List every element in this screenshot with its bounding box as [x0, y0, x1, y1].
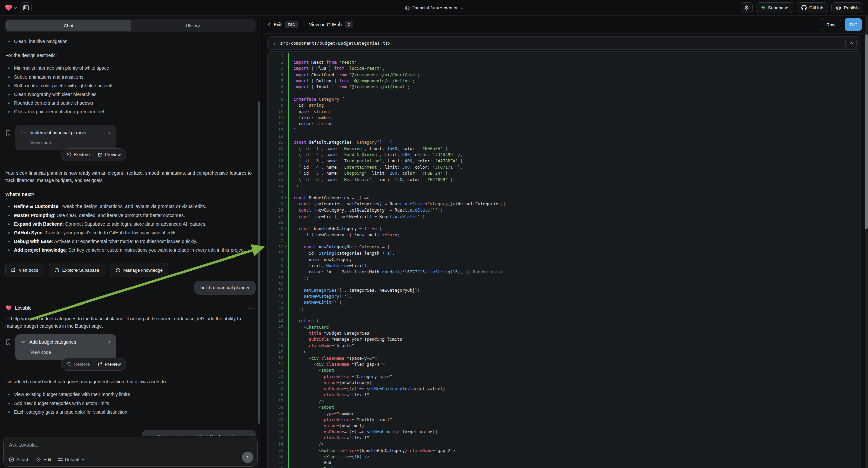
- design-bullet-list: Minimalist interface with plenty of whit…: [5, 64, 256, 116]
- chevron-up-icon: [849, 42, 853, 44]
- view-code-link[interactable]: View code: [30, 349, 111, 356]
- supabase-button[interactable]: Supabase: [756, 2, 793, 13]
- code-line: 30 if (!newCategory || !newLimit) return…: [268, 232, 861, 238]
- github-button[interactable]: GitHub: [797, 2, 828, 13]
- chevron-down-icon: [460, 7, 463, 9]
- version-card-implement-financial-planner[interactable]: <> Implement financial planner View code: [16, 125, 116, 150]
- chevron-down-icon: [82, 459, 84, 460]
- code-line: 43: [268, 312, 861, 318]
- preview-button[interactable]: Preview: [98, 151, 121, 158]
- version-actions: Restore Preview: [61, 148, 126, 161]
- chat-scrollbar[interactable]: [258, 101, 260, 424]
- project-switcher[interactable]: financial-future-creator: [405, 0, 463, 16]
- chat-history-tabs: Chat History: [5, 19, 256, 32]
- lovable-heart-icon: [5, 304, 12, 311]
- bullet-item: Refine & Customize: Tweak the design, an…: [5, 202, 256, 211]
- tab-history[interactable]: History: [131, 20, 255, 31]
- code-line: 54 value={newCategory}: [268, 379, 861, 385]
- bullet-item: Soft, neutral color palette with light b…: [5, 81, 256, 90]
- chat-message-list: Clean, intuitive navigation For the desi…: [0, 35, 261, 436]
- assistant-paragraph: I'll help you add budget categories to t…: [5, 315, 254, 330]
- view-code-link[interactable]: View code: [30, 139, 111, 146]
- version-actions: Restore Preview: [61, 358, 126, 371]
- version-card-row: <> Add budget categories View code Resto…: [5, 334, 256, 371]
- code-line: 17 { id: '2', name: 'Food & Dining', lim…: [268, 152, 861, 158]
- code-line: 67 Add: [268, 460, 861, 466]
- explore-supabase-button[interactable]: Explore Supabase: [49, 263, 105, 277]
- whats-next-heading: What's next?: [5, 191, 256, 198]
- globe-icon: [836, 5, 841, 10]
- mode-selector[interactable]: Default: [58, 457, 85, 462]
- diff-button[interactable]: Diff: [844, 18, 862, 31]
- project-name: financial-future-creator: [412, 5, 458, 10]
- code-line: 59 type="number": [268, 410, 861, 416]
- added-features-list: View existing budget categories with the…: [5, 390, 256, 416]
- code-line: 52 <Input: [268, 367, 861, 373]
- restore-button-label: Restore: [74, 151, 90, 158]
- code-line: 23: [268, 189, 861, 195]
- intro-bullet-list: Clean, intuitive navigation: [5, 37, 256, 46]
- visit-docs-button[interactable]: Visit docs: [5, 263, 44, 277]
- code-line: 3import { Plus } from 'lucide-react';: [268, 65, 861, 71]
- attach-image-icon: [9, 457, 14, 462]
- code-line: 38: [268, 281, 861, 287]
- code-line: 46 title="Budget Categories": [268, 330, 861, 336]
- code-line: 33 id: String(categories.length + 1),: [268, 250, 861, 256]
- bullet-item: Rounded corners and subtle shadows: [5, 99, 256, 108]
- user-message: build a financial planner: [194, 281, 256, 295]
- settings-button[interactable]: ⚙: [741, 2, 752, 13]
- restore-icon: [67, 362, 71, 367]
- code-line-container: 12import React from 'react';3import { Pl…: [268, 53, 861, 468]
- code-line: 4import ChartCard from '@/components/ui/…: [268, 71, 861, 78]
- manage-knowledge-button[interactable]: Manage knowledge: [110, 263, 168, 277]
- whats-next-list: Refine & Customize: Tweak the design, an…: [5, 202, 256, 255]
- publish-button[interactable]: Publish: [831, 2, 863, 13]
- tab-chat[interactable]: Chat: [6, 20, 131, 31]
- view-on-github-button[interactable]: View on GitHub: [309, 22, 342, 27]
- code-line: 64 />: [268, 441, 861, 447]
- composer-input[interactable]: Ask Lovable...: [9, 442, 252, 447]
- exit-button[interactable]: Exit: [274, 22, 281, 27]
- code-line: 16 { id: '1', name: 'Housing', limit: 15…: [268, 145, 861, 151]
- code-line: 5import { Button } from '@/components/ui…: [268, 78, 861, 84]
- file-path-bar[interactable]: src/components/budget/BudgetCategories.t…: [268, 36, 861, 50]
- arrow-up-icon: ↑: [246, 454, 249, 460]
- code-line: 8▾interface Category {: [268, 96, 861, 102]
- raw-button[interactable]: Raw: [821, 18, 841, 31]
- restore-button[interactable]: Restore: [67, 360, 90, 368]
- window-scrollbar-thumb[interactable]: [865, 34, 868, 229]
- version-card-add-budget-categories[interactable]: <> Add budget categories View code: [16, 334, 116, 360]
- supabase-icon: [761, 5, 765, 10]
- code-line: 34 name: newCategory,: [268, 256, 861, 262]
- code-line: 48 className="h-auto": [268, 343, 861, 349]
- bookmark-icon: [5, 129, 11, 136]
- code-line: 42 };: [268, 305, 861, 312]
- preview-button[interactable]: Preview: [98, 360, 121, 368]
- code-line: 31: [268, 238, 861, 244]
- code-line: 28: [268, 219, 861, 225]
- code-line: 47 subtitle="Manage your spending limits…: [268, 337, 861, 343]
- code-line: 61 value={newLimit}: [268, 423, 861, 429]
- send-button[interactable]: ↑: [242, 451, 253, 463]
- lovable-logo-menu[interactable]: [5, 4, 17, 12]
- user-message: would be cool if you could add budget ca…: [142, 430, 256, 436]
- restore-button[interactable]: Restore: [67, 151, 90, 158]
- chevron-left-icon: [268, 23, 271, 27]
- sidebar-toggle-button[interactable]: [20, 2, 32, 13]
- edit-button[interactable]: Edit: [36, 457, 51, 462]
- code-line: 40 setNewCategory('');: [268, 293, 861, 299]
- more-options-icon[interactable]: ···: [249, 304, 256, 312]
- code-line: 13}: [268, 127, 861, 133]
- design-heading: For the design aesthetic:: [5, 52, 254, 59]
- attach-button[interactable]: Attach: [9, 457, 29, 462]
- code-line: 9 id: string;: [268, 103, 861, 109]
- code-line: 15▾const defaultCategories: Category[] =…: [268, 139, 861, 145]
- collapse-file-button[interactable]: [845, 38, 857, 48]
- code-line: 11 limit: number;: [268, 115, 861, 120]
- bullet-item: Master Prompting: Use clear, detailed, a…: [5, 211, 256, 220]
- code-line: 10 name: string;: [268, 109, 861, 115]
- composer[interactable]: Ask Lovable... Attach Edit: [3, 437, 258, 467]
- code-editor[interactable]: 12import React from 'react';3import { Pl…: [268, 51, 861, 468]
- external-link-icon: [11, 268, 16, 272]
- panel-toggle-icon: [23, 5, 29, 10]
